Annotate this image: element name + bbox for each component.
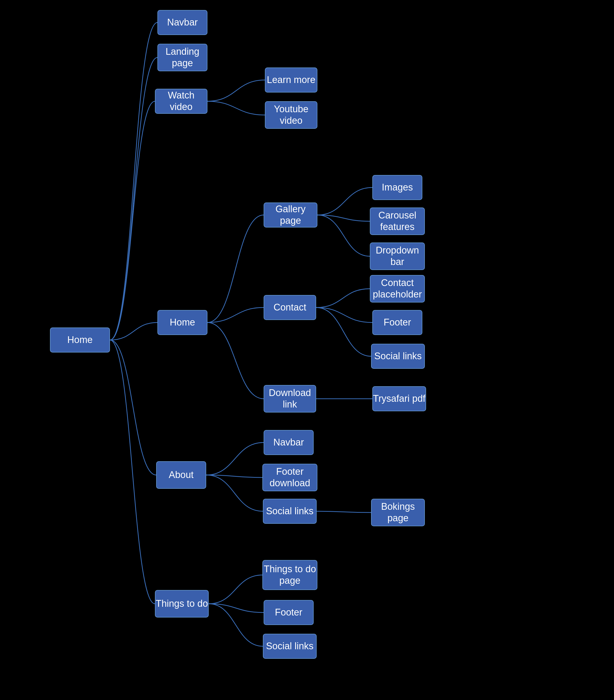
download_link-node[interactable]: Download link	[264, 385, 316, 412]
social_links_things-node[interactable]: Social links	[263, 634, 317, 659]
images-node[interactable]: Images	[372, 175, 422, 200]
connection-watch_video-learn_more	[207, 80, 265, 101]
connection-contact-contact_placeholder	[316, 289, 370, 308]
connection-home_root-watch_video	[110, 101, 155, 340]
connection-gallery_page-images	[317, 188, 372, 215]
dropdown_bar-node[interactable]: Dropdown bar	[370, 242, 425, 270]
connection-things_to_do-social_links_things	[209, 604, 263, 646]
contact_placeholder-node[interactable]: Contact placeholder	[370, 275, 425, 302]
connection-home_root-landing_page	[110, 58, 157, 340]
connection-about-navbar_about	[206, 442, 264, 475]
about-node[interactable]: About	[156, 461, 206, 489]
footer_contact-node[interactable]: Footer	[372, 310, 422, 335]
connection-things_to_do-things_to_do_page	[209, 575, 263, 604]
connection-contact-footer_contact	[316, 308, 372, 323]
things_to_do_page-node[interactable]: Things to do page	[263, 560, 317, 590]
contact-node[interactable]: Contact	[264, 295, 316, 320]
connection-home_home-gallery_page	[207, 215, 264, 323]
watch_video-node[interactable]: Watch video	[155, 89, 207, 114]
footer_things-node[interactable]: Footer	[264, 600, 314, 625]
landing_page-node[interactable]: Landing page	[157, 44, 207, 71]
social_links_contact-node[interactable]: Social links	[371, 344, 425, 369]
footer_download-node[interactable]: Footer download	[263, 464, 317, 491]
connection-social_links_about-bokings_page	[317, 511, 371, 512]
trysafari_pdf-node[interactable]: Trysafari pdf	[372, 386, 426, 411]
gallery_page-node[interactable]: Gallery page	[264, 202, 317, 227]
connection-home_root-about	[110, 340, 156, 475]
connection-watch_video-youtube_video	[207, 101, 265, 115]
navbar_about-node[interactable]: Navbar	[264, 430, 314, 455]
connection-home_root-things_to_do	[110, 340, 155, 604]
youtube_video-node[interactable]: Youtube video	[265, 101, 317, 129]
bokings_page-node[interactable]: Bokings page	[371, 499, 425, 526]
connection-home_home-download_link	[207, 323, 264, 399]
connection-about-social_links_about	[206, 475, 263, 511]
connection-home_home-contact	[207, 308, 264, 323]
home_home-node[interactable]: Home	[157, 310, 207, 335]
connection-home_root-navbar_top	[110, 23, 157, 340]
learn_more-node[interactable]: Learn more	[265, 67, 317, 92]
social_links_about-node[interactable]: Social links	[263, 499, 317, 524]
things_to_do-node[interactable]: Things to do	[155, 590, 209, 617]
carousel_features-node[interactable]: Carousel features	[370, 208, 425, 235]
home_root-node[interactable]: Home	[50, 327, 110, 352]
connection-gallery_page-carousel_features	[317, 215, 370, 221]
navbar_top-node[interactable]: Navbar	[157, 10, 207, 35]
